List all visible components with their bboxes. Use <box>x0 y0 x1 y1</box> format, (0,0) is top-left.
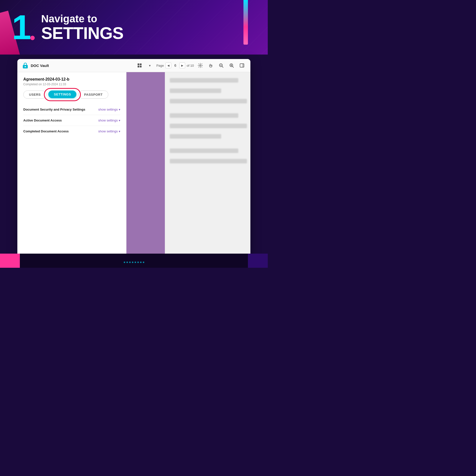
app-title: DOC Vault <box>31 63 49 68</box>
tab-passport[interactable]: PASSPORT <box>78 90 108 99</box>
doc-blur-line-5 <box>170 124 247 128</box>
page-bottom <box>0 254 268 268</box>
chevron-down-icon-completed: ▾ <box>119 130 120 133</box>
settings-row-label-active: Active Document Access <box>23 119 62 122</box>
settings-row-label-completed: Completed Document Access <box>23 129 69 133</box>
page-controls: Page ◀ 6 ▶ of 10 <box>156 62 194 68</box>
hero-navigate-label: Navigate to <box>41 13 123 25</box>
dot-6 <box>137 262 139 263</box>
doc-blur-line-7 <box>170 149 238 153</box>
dot-4 <box>132 262 133 263</box>
document-subtitle: Completed on 12-03-2024 11:33 <box>23 83 120 86</box>
doc-content-area <box>165 72 250 256</box>
svg-rect-3 <box>140 63 142 65</box>
svg-rect-1 <box>25 66 26 67</box>
bottom-dots <box>124 262 144 263</box>
chevron-down-icon-security: ▾ <box>119 108 120 111</box>
settings-row-active: Active Document Access show settings ▾ <box>23 115 120 126</box>
dot-7 <box>140 262 142 263</box>
zoom-out-button[interactable] <box>217 61 225 69</box>
dot-5 <box>135 262 136 263</box>
show-settings-active[interactable]: show settings ▾ <box>98 119 120 122</box>
total-pages: of 10 <box>187 64 194 67</box>
tab-users[interactable]: USERS <box>23 90 46 99</box>
settings-rows: Document Security and Privacy Settings s… <box>23 104 120 137</box>
document-preview <box>126 72 250 256</box>
toolbar: DOC Vault ▾ Page ◀ 6 ▶ of 10 <box>17 59 250 72</box>
doc-blur-line-8 <box>170 159 247 163</box>
settings-row-label-security: Document Security and Privacy Settings <box>23 108 85 111</box>
document-title: Agreement-2024-03-12-b <box>23 77 120 82</box>
hero-text-block: Navigate to SETTINGS <box>41 13 123 41</box>
hand-tool-button[interactable] <box>207 61 215 69</box>
page-label: Page <box>156 64 164 67</box>
settings-row-security: Document Security and Privacy Settings s… <box>23 104 120 115</box>
chevron-down-icon-active: ▾ <box>119 119 120 122</box>
doc-blur-line-2 <box>170 89 221 93</box>
doc-blur-line-4 <box>170 113 238 118</box>
next-page-button[interactable]: ▶ <box>179 62 185 68</box>
bottom-dark-bar <box>20 254 248 268</box>
tab-bar: USERS SETTINGS PASSPORT <box>23 90 120 99</box>
dot-1 <box>124 262 125 263</box>
hero-section: 1 Navigate to SETTINGS <box>0 0 268 55</box>
doc-blur-line-1 <box>170 78 238 83</box>
panel-toggle-button[interactable] <box>238 61 246 69</box>
show-settings-completed[interactable]: show settings ▾ <box>98 129 120 133</box>
svg-rect-14 <box>240 64 244 67</box>
tab-settings[interactable]: SETTINGS <box>48 90 76 98</box>
svg-rect-2 <box>138 63 139 65</box>
svg-point-6 <box>200 65 201 66</box>
dot-8 <box>143 262 144 263</box>
hero-accent-bar <box>243 0 248 45</box>
lock-icon <box>22 62 29 69</box>
dot-3 <box>129 262 131 263</box>
bottom-purple-bar <box>248 254 268 268</box>
svg-rect-4 <box>138 66 139 67</box>
grid-view-button[interactable] <box>136 61 144 69</box>
svg-line-9 <box>222 66 223 68</box>
zoom-in-button[interactable] <box>228 61 236 69</box>
svg-line-13 <box>233 66 234 68</box>
app-body: Agreement-2024-03-12-b Completed on 12-0… <box>17 72 250 256</box>
settings-tab-wrapper: SETTINGS <box>48 90 76 99</box>
show-settings-security[interactable]: show settings ▾ <box>98 108 120 111</box>
bottom-pink-bar <box>0 254 20 268</box>
doc-blur-line-3 <box>170 99 247 103</box>
grid-dropdown-button[interactable]: ▾ <box>146 61 154 69</box>
settings-icon-button[interactable] <box>196 61 204 69</box>
doc-blur-line-6 <box>170 134 221 139</box>
sidebar: Agreement-2024-03-12-b Completed on 12-0… <box>17 72 126 256</box>
current-page: 6 <box>173 63 178 67</box>
hero-dot <box>30 36 35 40</box>
settings-row-completed: Completed Document Access show settings … <box>23 126 120 137</box>
dot-2 <box>126 262 128 263</box>
hero-settings-label: SETTINGS <box>41 25 123 41</box>
doc-purple-strip <box>126 72 165 256</box>
svg-rect-5 <box>140 66 142 67</box>
hero-step-number: 1 <box>12 10 30 45</box>
app-window: DOC Vault ▾ Page ◀ 6 ▶ of 10 <box>17 59 250 258</box>
prev-page-button[interactable]: ◀ <box>165 62 171 68</box>
app-logo: DOC Vault <box>22 62 49 69</box>
